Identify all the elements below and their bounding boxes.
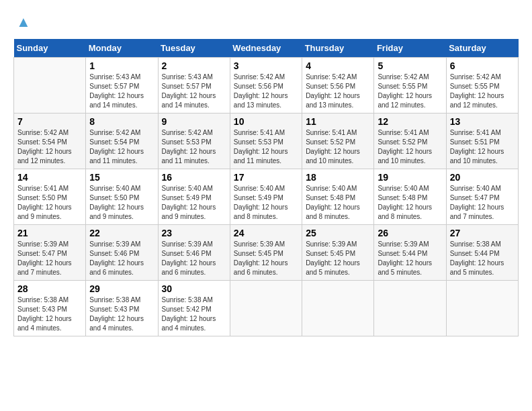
day-number: 12	[378, 116, 442, 127]
calendar-cell: 30Sunrise: 5:38 AM Sunset: 5:42 PM Dayli…	[158, 281, 230, 336]
day-number: 29	[89, 283, 154, 294]
calendar-cell: 8Sunrise: 5:42 AM Sunset: 5:54 PM Daylig…	[86, 113, 158, 169]
day-number: 13	[450, 116, 515, 127]
day-info: Sunrise: 5:38 AM Sunset: 5:43 PM Dayligh…	[89, 295, 154, 333]
day-number: 14	[17, 172, 82, 183]
day-info: Sunrise: 5:41 AM Sunset: 5:52 PM Dayligh…	[378, 128, 442, 166]
calendar-cell: 1Sunrise: 5:43 AM Sunset: 5:57 PM Daylig…	[86, 58, 158, 113]
weekday-header-sunday: Sunday	[14, 39, 86, 58]
weekday-header-saturday: Saturday	[446, 39, 518, 58]
calendar-cell: 29Sunrise: 5:38 AM Sunset: 5:43 PM Dayli…	[86, 281, 158, 336]
day-info: Sunrise: 5:42 AM Sunset: 5:54 PM Dayligh…	[17, 128, 82, 166]
day-number: 2	[162, 60, 226, 71]
calendar-cell: 23Sunrise: 5:39 AM Sunset: 5:46 PM Dayli…	[158, 225, 230, 281]
calendar-table: SundayMondayTuesdayWednesdayThursdayFrid…	[13, 39, 519, 336]
day-number: 3	[234, 60, 298, 71]
day-info: Sunrise: 5:42 AM Sunset: 5:54 PM Dayligh…	[89, 128, 154, 166]
day-info: Sunrise: 5:40 AM Sunset: 5:48 PM Dayligh…	[306, 184, 370, 222]
day-number: 18	[306, 172, 370, 183]
weekday-header-monday: Monday	[86, 39, 158, 58]
day-info: Sunrise: 5:40 AM Sunset: 5:49 PM Dayligh…	[234, 184, 298, 222]
calendar-cell: 19Sunrise: 5:40 AM Sunset: 5:48 PM Dayli…	[374, 169, 446, 225]
day-info: Sunrise: 5:39 AM Sunset: 5:45 PM Dayligh…	[306, 240, 370, 277]
day-number: 17	[234, 172, 298, 183]
calendar-cell: 4Sunrise: 5:42 AM Sunset: 5:56 PM Daylig…	[302, 58, 374, 113]
calendar-cell: 28Sunrise: 5:38 AM Sunset: 5:43 PM Dayli…	[14, 281, 86, 336]
calendar-week-row: 28Sunrise: 5:38 AM Sunset: 5:43 PM Dayli…	[14, 281, 519, 336]
weekday-header-row: SundayMondayTuesdayWednesdayThursdayFrid…	[14, 39, 519, 58]
day-info: Sunrise: 5:39 AM Sunset: 5:46 PM Dayligh…	[89, 240, 154, 277]
calendar-cell: 26Sunrise: 5:39 AM Sunset: 5:44 PM Dayli…	[374, 225, 446, 281]
day-number: 5	[378, 60, 442, 71]
calendar-cell: 5Sunrise: 5:42 AM Sunset: 5:55 PM Daylig…	[374, 58, 446, 113]
day-info: Sunrise: 5:40 AM Sunset: 5:49 PM Dayligh…	[162, 184, 226, 222]
day-info: Sunrise: 5:42 AM Sunset: 5:53 PM Dayligh…	[162, 128, 226, 166]
calendar-cell: 14Sunrise: 5:41 AM Sunset: 5:50 PM Dayli…	[14, 169, 86, 225]
day-info: Sunrise: 5:39 AM Sunset: 5:45 PM Dayligh…	[234, 240, 298, 277]
day-number: 9	[162, 116, 226, 127]
calendar-cell	[14, 58, 86, 113]
day-number: 26	[378, 228, 442, 238]
day-info: Sunrise: 5:38 AM Sunset: 5:43 PM Dayligh…	[17, 295, 82, 333]
day-info: Sunrise: 5:39 AM Sunset: 5:47 PM Dayligh…	[17, 240, 82, 277]
calendar-cell: 6Sunrise: 5:42 AM Sunset: 5:55 PM Daylig…	[446, 58, 518, 113]
logo: ▲	[13, 13, 31, 31]
weekday-header-wednesday: Wednesday	[230, 39, 302, 58]
day-info: Sunrise: 5:38 AM Sunset: 5:42 PM Dayligh…	[162, 295, 226, 333]
day-number: 23	[162, 228, 226, 238]
day-info: Sunrise: 5:41 AM Sunset: 5:52 PM Dayligh…	[306, 128, 370, 166]
day-number: 15	[89, 172, 154, 183]
weekday-header-tuesday: Tuesday	[158, 39, 230, 58]
calendar-cell: 22Sunrise: 5:39 AM Sunset: 5:46 PM Dayli…	[86, 225, 158, 281]
calendar-week-row: 21Sunrise: 5:39 AM Sunset: 5:47 PM Dayli…	[14, 225, 519, 281]
calendar-cell: 20Sunrise: 5:40 AM Sunset: 5:47 PM Dayli…	[446, 169, 518, 225]
day-number: 16	[162, 172, 226, 183]
day-info: Sunrise: 5:38 AM Sunset: 5:44 PM Dayligh…	[450, 240, 515, 277]
calendar-cell	[230, 281, 302, 336]
day-number: 22	[89, 228, 154, 238]
day-info: Sunrise: 5:42 AM Sunset: 5:55 PM Dayligh…	[450, 73, 515, 110]
day-number: 10	[234, 116, 298, 127]
calendar-cell: 12Sunrise: 5:41 AM Sunset: 5:52 PM Dayli…	[374, 113, 446, 169]
day-number: 6	[450, 60, 515, 71]
day-info: Sunrise: 5:41 AM Sunset: 5:50 PM Dayligh…	[17, 184, 82, 222]
logo-bird-icon: ▲	[16, 13, 31, 31]
day-info: Sunrise: 5:42 AM Sunset: 5:56 PM Dayligh…	[234, 73, 298, 110]
calendar-cell: 9Sunrise: 5:42 AM Sunset: 5:53 PM Daylig…	[158, 113, 230, 169]
calendar-cell	[446, 281, 518, 336]
day-number: 1	[89, 60, 154, 71]
day-number: 19	[378, 172, 442, 183]
calendar-week-row: 1Sunrise: 5:43 AM Sunset: 5:57 PM Daylig…	[14, 58, 519, 113]
day-number: 4	[306, 60, 370, 71]
day-info: Sunrise: 5:39 AM Sunset: 5:46 PM Dayligh…	[162, 240, 226, 277]
calendar-cell	[374, 281, 446, 336]
day-info: Sunrise: 5:41 AM Sunset: 5:53 PM Dayligh…	[234, 128, 298, 166]
day-number: 11	[306, 116, 370, 127]
day-info: Sunrise: 5:40 AM Sunset: 5:47 PM Dayligh…	[450, 184, 515, 222]
weekday-header-friday: Friday	[374, 39, 446, 58]
weekday-header-thursday: Thursday	[302, 39, 374, 58]
calendar-cell: 3Sunrise: 5:42 AM Sunset: 5:56 PM Daylig…	[230, 58, 302, 113]
calendar-week-row: 14Sunrise: 5:41 AM Sunset: 5:50 PM Dayli…	[14, 169, 519, 225]
day-info: Sunrise: 5:42 AM Sunset: 5:55 PM Dayligh…	[378, 73, 442, 110]
calendar-cell: 25Sunrise: 5:39 AM Sunset: 5:45 PM Dayli…	[302, 225, 374, 281]
day-number: 24	[234, 228, 298, 238]
calendar-cell: 10Sunrise: 5:41 AM Sunset: 5:53 PM Dayli…	[230, 113, 302, 169]
day-info: Sunrise: 5:42 AM Sunset: 5:56 PM Dayligh…	[306, 73, 370, 110]
calendar-week-row: 7Sunrise: 5:42 AM Sunset: 5:54 PM Daylig…	[14, 113, 519, 169]
calendar-cell: 16Sunrise: 5:40 AM Sunset: 5:49 PM Dayli…	[158, 169, 230, 225]
day-number: 30	[162, 283, 226, 294]
day-number: 28	[17, 283, 82, 294]
day-number: 20	[450, 172, 515, 183]
day-number: 25	[306, 228, 370, 238]
day-number: 8	[89, 116, 154, 127]
day-info: Sunrise: 5:43 AM Sunset: 5:57 PM Dayligh…	[162, 73, 226, 110]
calendar-cell	[302, 281, 374, 336]
calendar-cell: 15Sunrise: 5:40 AM Sunset: 5:50 PM Dayli…	[86, 169, 158, 225]
day-info: Sunrise: 5:40 AM Sunset: 5:50 PM Dayligh…	[89, 184, 154, 222]
calendar-cell: 7Sunrise: 5:42 AM Sunset: 5:54 PM Daylig…	[14, 113, 86, 169]
day-number: 7	[17, 116, 82, 127]
day-number: 27	[450, 228, 515, 238]
day-number: 21	[17, 228, 82, 238]
day-info: Sunrise: 5:43 AM Sunset: 5:57 PM Dayligh…	[89, 73, 154, 110]
